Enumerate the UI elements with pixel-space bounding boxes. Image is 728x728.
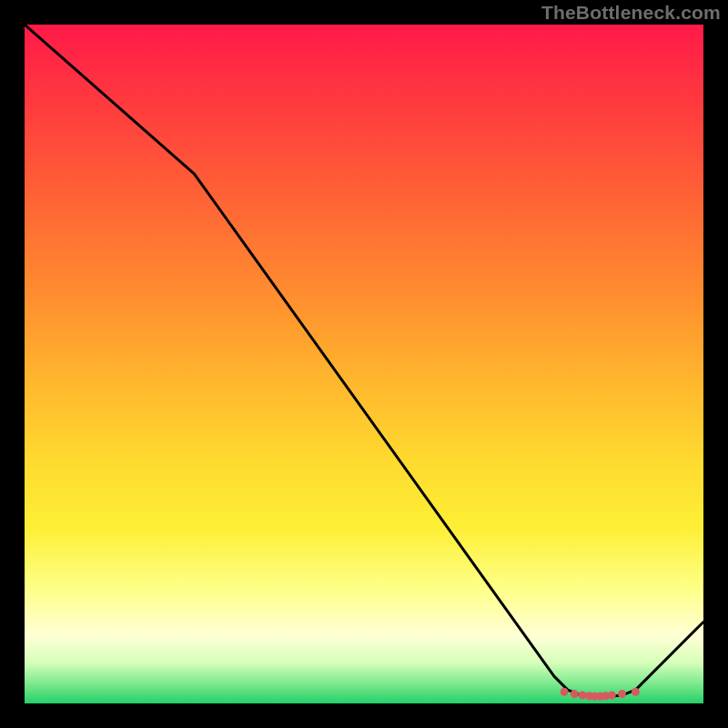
marker-dot	[632, 688, 640, 696]
marker-dot	[561, 688, 569, 696]
watermark-text: TheBottleneck.com	[541, 2, 721, 24]
chart-overlay	[25, 25, 703, 703]
line-series	[25, 25, 703, 697]
curve-path	[25, 25, 703, 697]
marker-dot	[608, 692, 616, 700]
marker-dot	[571, 690, 579, 698]
marker-dot	[618, 690, 626, 698]
chart-frame: TheBottleneck.com	[0, 0, 728, 728]
